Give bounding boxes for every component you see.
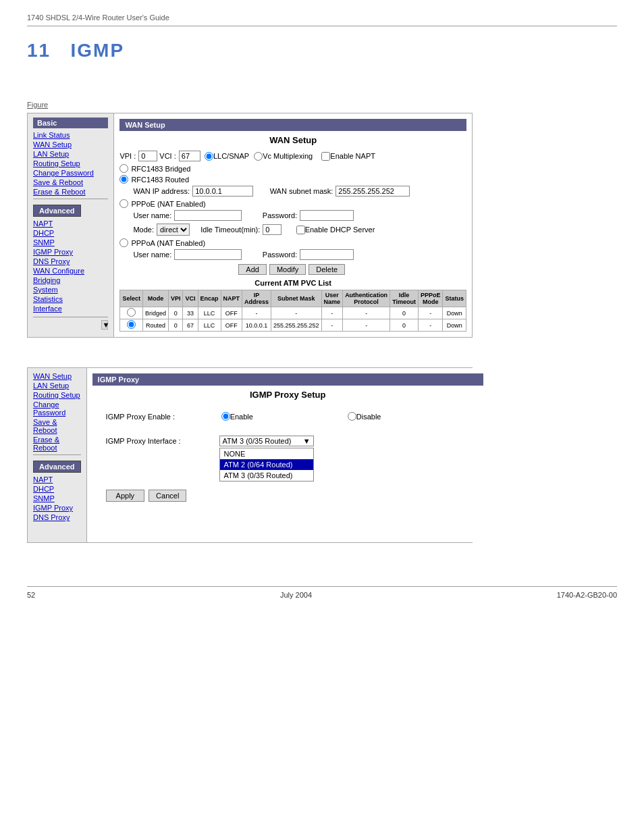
wan-ip-row: WAN IP address: WAN subnet mask:	[133, 186, 466, 197]
footer-doc-id: 1740-A2-GB20-00	[557, 591, 617, 599]
igmp-sidebar-save-reboot[interactable]: Save & Reboot	[33, 418, 81, 434]
vci-input[interactable]	[179, 151, 200, 161]
table-row: Bridged 0 33 LLC OFF - - - - 0 - Down	[120, 307, 466, 319]
cell-vci: 67	[183, 319, 198, 332]
pppoa-radio[interactable]	[119, 238, 128, 247]
vc-mux-radio[interactable]	[254, 152, 263, 161]
delete-button[interactable]: Delete	[308, 264, 345, 275]
igmp-cancel-button[interactable]: Cancel	[149, 490, 186, 502]
cell-vci: 33	[183, 307, 198, 319]
cell-select[interactable]	[120, 307, 143, 319]
vc-mux-label: Vc Multiplexing	[263, 152, 313, 160]
enable-napt-checkbox[interactable]	[321, 152, 330, 161]
col-subnet: Subnet Mask	[271, 290, 322, 307]
cell-idle: 0	[390, 319, 419, 332]
sidebar-lan-setup[interactable]: LAN Setup	[33, 150, 108, 158]
igmp-sidebar-dhcp[interactable]: DHCP	[33, 485, 81, 493]
igmp-sidebar-change-password[interactable]: Change Password	[33, 400, 81, 417]
sidebar-routing-setup[interactable]: Routing Setup	[33, 159, 108, 167]
pppoa-password-label: Password:	[263, 251, 297, 259]
pppoe-password-label: Password:	[263, 211, 297, 219]
idle-timeout-input[interactable]	[263, 224, 281, 235]
vci-label: VCI :	[159, 152, 176, 160]
sidebar-wan-configure[interactable]: WAN Configure	[33, 267, 108, 275]
wan-subnet-input[interactable]	[336, 186, 410, 197]
igmp-sidebar-dns-proxy[interactable]: DNS Proxy	[33, 513, 81, 521]
cell-user: -	[321, 319, 343, 332]
pppoe-user-input[interactable]	[174, 210, 242, 221]
sidebar-divider-2	[33, 317, 108, 317]
sidebar-interface[interactable]: Interface	[33, 305, 62, 313]
sidebar-bridging[interactable]: Bridging	[33, 276, 108, 284]
vpi-input[interactable]	[138, 151, 157, 161]
sidebar-save-reboot[interactable]: Save & Reboot	[33, 178, 108, 186]
igmp-disable-radio[interactable]	[348, 412, 356, 421]
sidebar-link-status[interactable]: Link Status	[33, 131, 108, 139]
igmp-sidebar-igmp-proxy[interactable]: IGMP Proxy	[33, 504, 81, 512]
igmp-sidebar-snmp[interactable]: SNMP	[33, 494, 81, 502]
igmp-apply-button[interactable]: Apply	[106, 490, 145, 502]
modify-button[interactable]: Modify	[269, 264, 306, 275]
sidebar-dns-proxy[interactable]: DNS Proxy	[33, 257, 108, 265]
col-idle: Idle Timeout	[390, 290, 419, 307]
figure-label-1: Figure	[27, 101, 617, 109]
cell-encap: LLC	[198, 319, 221, 332]
advanced-button[interactable]: Advanced	[33, 205, 81, 217]
cell-ip: 10.0.0.1	[242, 319, 271, 332]
igmp-sidebar-routing-setup[interactable]: Routing Setup	[33, 391, 81, 399]
mode-row: Mode: direct Idle Timeout(min): Enable D…	[133, 224, 466, 236]
sidebar-wan-setup[interactable]: WAN Setup	[33, 140, 108, 149]
cell-user: -	[321, 307, 343, 319]
cell-select[interactable]	[120, 319, 143, 332]
rfc1483-routed-row: RFC1483 Routed	[119, 175, 466, 184]
igmp-enable-radio[interactable]	[221, 412, 230, 421]
sidebar-napt[interactable]: NAPT	[33, 219, 108, 228]
pppoa-password-input[interactable]	[300, 249, 354, 260]
igmp-heading: IGMP Proxy Setup	[92, 390, 483, 400]
igmp-sidebar-wan-setup[interactable]: WAN Setup	[33, 372, 81, 380]
pppoe-password-input[interactable]	[300, 210, 354, 221]
pppoa-user-row: User name: Password:	[133, 249, 466, 260]
col-user: User Name	[321, 290, 343, 307]
sidebar-change-password[interactable]: Change Password	[33, 169, 108, 177]
basic-label: Basic	[33, 118, 108, 128]
cell-status: Down	[443, 307, 466, 319]
igmp-main-panel: IGMP Proxy IGMP Proxy Setup IGMP Proxy E…	[87, 368, 489, 542]
sidebar-snmp[interactable]: SNMP	[33, 238, 108, 246]
cell-ip: -	[242, 307, 271, 319]
dropdown-option-atm3[interactable]: ATM 3 (0/35 Routed)	[220, 470, 313, 481]
dropdown-option-none[interactable]: NONE	[220, 448, 313, 459]
wan-ip-input[interactable]	[192, 186, 253, 197]
enable-dhcp-checkbox[interactable]	[296, 226, 305, 234]
rfc1483-routed-radio[interactable]	[119, 175, 128, 184]
form-buttons: Add Modify Delete	[119, 264, 466, 275]
sidebar-igmp-proxy[interactable]: IGMP Proxy	[33, 248, 108, 256]
pppoe-user-label: User name:	[133, 211, 171, 219]
add-button[interactable]: Add	[238, 264, 267, 275]
pppoa-user-input[interactable]	[174, 249, 242, 260]
sidebar-system[interactable]: System	[33, 286, 108, 294]
scroll-down-icon[interactable]: ▼	[101, 320, 108, 330]
sidebar-statistics[interactable]: Statistics	[33, 295, 108, 303]
cell-auth: -	[343, 319, 390, 332]
igmp-interface-row: IGMP Proxy Interface : ATM 3 (0/35 Route…	[106, 436, 470, 446]
sidebar-dhcp[interactable]: DHCP	[33, 229, 108, 237]
sidebar-links: Link Status WAN Setup LAN Setup Routing …	[33, 131, 108, 196]
igmp-interface-select[interactable]: ATM 3 (0/35 Routed) ▼	[219, 436, 314, 446]
igmp-advanced-button[interactable]: Advanced	[33, 461, 81, 473]
igmp-sidebar-lan-setup[interactable]: LAN Setup	[33, 382, 81, 390]
pppoe-radio[interactable]	[119, 199, 128, 208]
igmp-sidebar-erase-reboot[interactable]: Erase & Reboot	[33, 436, 81, 452]
llc-snap-radio[interactable]	[205, 152, 213, 161]
col-mode: Mode	[142, 290, 168, 307]
page-header: 1740 SHDSL 2/4-Wire Router User's Guide	[27, 14, 617, 26]
atm-list-title: Current ATM PVC List	[119, 279, 466, 287]
col-select: Select	[120, 290, 143, 307]
mode-select[interactable]: direct	[157, 224, 190, 236]
table-row: Routed 0 67 LLC OFF 10.0.0.1 255.255.255…	[120, 319, 466, 332]
dropdown-option-atm2[interactable]: ATM 2 (0/64 Routed)	[220, 459, 313, 470]
rfc1483-bridged-radio[interactable]	[119, 164, 128, 173]
igmp-sidebar-napt[interactable]: NAPT	[33, 475, 81, 484]
igmp-screenshot: WAN Setup LAN Setup Routing Setup Change…	[27, 367, 473, 543]
sidebar-erase-reboot[interactable]: Erase & Reboot	[33, 188, 108, 196]
